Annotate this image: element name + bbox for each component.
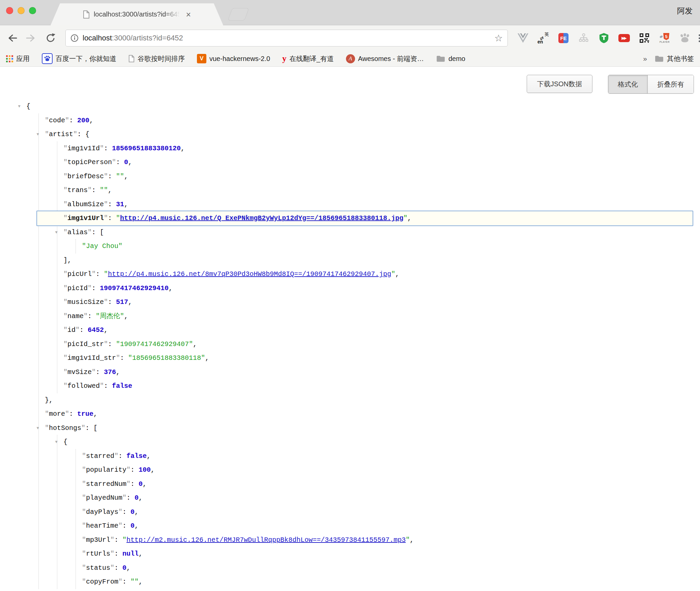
collapse-triangle-icon[interactable]: ▼: [34, 422, 41, 436]
bookmark-demo-folder[interactable]: demo: [436, 55, 465, 63]
json-line: "followed": false: [63, 379, 693, 393]
json-line: },: [45, 393, 693, 407]
json-line: "code": 200,: [45, 114, 693, 128]
bookmark-youdao[interactable]: y 在线翻译_有道: [282, 54, 334, 63]
reload-button[interactable]: [45, 33, 56, 43]
json-line: "trans": "",: [63, 183, 693, 197]
folder-icon: [654, 55, 664, 62]
profile-name[interactable]: 阿发: [677, 6, 693, 16]
json-line: "Jay Chou": [82, 239, 693, 253]
address-bar[interactable]: localhost:3000/artists?id=6452 ☆: [65, 30, 508, 46]
json-line: "mp3Url": "http://m2.music.126.net/RMJR7…: [82, 533, 693, 547]
window-controls: [6, 7, 36, 14]
json-block: "starred": false,"popularity": 100,"star…: [76, 449, 693, 589]
bookmark-label: 在线翻译_有道: [290, 54, 334, 63]
bookmark-google-sort[interactable]: 谷歌按时间排序: [128, 54, 185, 63]
bookmark-star-icon[interactable]: ☆: [494, 33, 503, 44]
json-url-link[interactable]: http://m2.music.126.net/RMJR7wDullRqppBk…: [126, 536, 406, 544]
vue-icon: V: [197, 54, 206, 63]
bookmark-apps[interactable]: 应用: [6, 54, 30, 63]
json-url-link[interactable]: http://p4.music.126.net/Q_ExePNkmgB2yWyL…: [120, 214, 403, 222]
back-button[interactable]: [6, 33, 18, 43]
page-icon: [83, 10, 90, 19]
bookmark-vue-hackernews[interactable]: V vue-hackernews-2.0: [197, 54, 270, 63]
url-text[interactable]: localhost:3000/artists?id=6452: [83, 34, 183, 42]
bookmark-label: 其他书签: [667, 54, 694, 63]
page-icon: [128, 55, 135, 62]
collapse-triangle-icon[interactable]: ▼: [53, 226, 60, 240]
json-actions: 下载JSON数据 格式化 折叠所有: [527, 75, 694, 94]
bookmarks-bar: 应用 百度一下，你就知道 谷歌按时间排序 V vue-hackernews-2.…: [0, 51, 700, 67]
json-line: "id": 6452,: [63, 323, 693, 337]
zoom-window-button[interactable]: [29, 7, 36, 14]
tampermonkey-extension-icon[interactable]: [598, 32, 610, 44]
html5player-extension-icon[interactable]: 5 PLAYER: [659, 32, 670, 44]
minimize-window-button[interactable]: [18, 7, 25, 14]
json-line: "picId_str": "19097417462929407",: [63, 337, 693, 351]
new-tab-button[interactable]: [228, 8, 249, 21]
bookmarks-overflow-button[interactable]: »: [643, 55, 647, 63]
json-url-link[interactable]: http://p4.music.126.net/8mv7qP30Pd3oHW8b…: [108, 270, 391, 278]
json-block: ▼{"starred": false,"popularity": 100,"st…: [57, 435, 693, 589]
json-line: ▼{: [26, 99, 693, 114]
vue-devtools-icon[interactable]: [517, 32, 529, 44]
folder-icon: [436, 55, 445, 62]
paw-extension-icon[interactable]: [679, 32, 691, 44]
json-line: "picId": 19097417462929410,: [63, 281, 693, 296]
json-line: "briefDesc": "",: [63, 169, 693, 184]
bookmark-baidu[interactable]: 百度一下，你就知道: [42, 53, 116, 64]
extension-icons: 英⇄en FE ▶▶ 5: [517, 32, 691, 44]
info-icon[interactable]: [70, 34, 79, 42]
awesomes-icon: A: [346, 54, 355, 63]
translate-extension-icon[interactable]: 英⇄en: [537, 32, 549, 44]
baidu-paw-icon: [42, 53, 53, 64]
page-content: 下载JSON数据 格式化 折叠所有 ▼{"code": 200,▼"artist…: [0, 67, 700, 591]
apps-grid-icon: [6, 55, 13, 62]
bookmark-awesomes[interactable]: A Awesomes - 前端资…: [346, 54, 424, 63]
tab-close-button[interactable]: ×: [186, 11, 191, 18]
json-line: "albumSize": 31,: [63, 197, 693, 212]
json-line: "starred": false,: [82, 449, 693, 463]
youdao-icon: y: [282, 55, 287, 62]
tab-title: localhost:3000/artists?id=645: [94, 10, 181, 18]
forward-button[interactable]: [26, 33, 37, 43]
browser-menu-button[interactable]: [699, 34, 700, 42]
bookmark-label: demo: [448, 55, 465, 63]
bookmark-label: 百度一下，你就知道: [56, 54, 116, 63]
format-button[interactable]: 格式化: [608, 75, 647, 93]
json-line: ],: [63, 253, 693, 268]
download-json-button[interactable]: 下载JSON数据: [527, 75, 592, 93]
collapse-triangle-icon[interactable]: ▼: [53, 435, 60, 449]
bookmark-label: 谷歌按时间排序: [138, 54, 185, 63]
json-line: "more": true,: [45, 407, 693, 421]
browser-toolbar: localhost:3000/artists?id=6452 ☆ 英⇄en FE…: [0, 25, 700, 51]
json-block: "code": 200,▼"artist": {"img1v1Id": 1856…: [38, 114, 693, 589]
other-bookmarks-folder[interactable]: 其他书签: [654, 54, 694, 63]
json-block: "img1v1Id": 18569651883380120,"topicPers…: [57, 142, 693, 393]
collapse-triangle-icon[interactable]: ▼: [34, 128, 41, 142]
bookmark-label: 应用: [16, 54, 30, 63]
json-viewer: ▼{"code": 200,▼"artist": {"img1v1Id": 18…: [26, 99, 693, 589]
tab-strip: localhost:3000/artists?id=645 × 阿发: [0, 0, 700, 25]
fastforward-extension-icon[interactable]: ▶▶: [618, 32, 630, 44]
json-line: "popularity": 100,: [82, 463, 693, 477]
bookmark-label: Awesomes - 前端资…: [358, 54, 424, 63]
json-line: "playedNum": 0,: [82, 491, 693, 505]
active-tab[interactable]: localhost:3000/artists?id=645 ×: [51, 3, 223, 25]
json-line: "mvSize": 376,: [63, 365, 693, 379]
json-line: "img1v1Url": "http://p4.music.126.net/Q_…: [36, 211, 693, 226]
browser-window: localhost:3000/artists?id=645 × 阿发 local…: [0, 0, 700, 591]
json-block: "Jay Chou": [76, 239, 693, 253]
close-window-button[interactable]: [6, 7, 13, 14]
qrcode-extension-icon[interactable]: [639, 32, 650, 44]
view-mode-segment: 格式化 折叠所有: [608, 75, 694, 94]
fe-extension-icon[interactable]: FE: [558, 32, 569, 44]
json-line: ▼"hotSongs": [: [45, 421, 693, 435]
collapse-all-button[interactable]: 折叠所有: [647, 75, 694, 93]
json-line: "img1v1Id_str": "18569651883380118",: [63, 351, 693, 365]
collapse-triangle-icon[interactable]: ▼: [16, 100, 23, 114]
json-line: "topicPerson": 0,: [63, 155, 693, 169]
json-line: "name": "周杰伦",: [63, 309, 693, 323]
json-line: "img1v1Id": 18569651883380120,: [63, 142, 693, 156]
sitemap-extension-icon[interactable]: [578, 32, 589, 44]
